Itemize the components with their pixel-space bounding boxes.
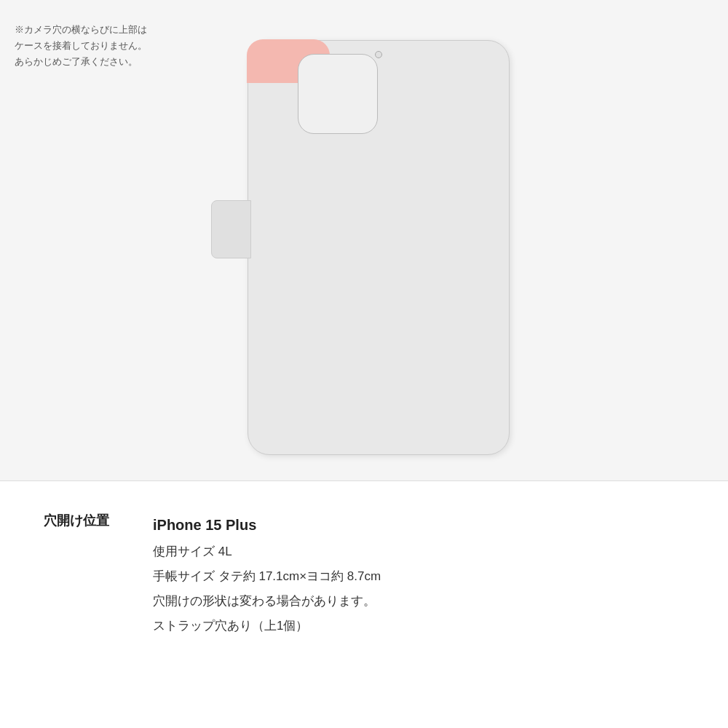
dimensions: 手帳サイズ タテ約 17.1cm×ヨコ約 8.7cm <box>153 564 684 589</box>
side-strap <box>211 200 251 258</box>
page-container: ※カメラ穴の横ならびに上部は ケースを接着しておりません。 あらかじめご了承くだ… <box>0 0 728 728</box>
size-label: 使用サイズ 4L <box>153 539 684 564</box>
info-label: 穴開け位置 <box>44 510 109 529</box>
strap-info: ストラップ穴あり（上1個） <box>153 614 684 638</box>
shape-note: 穴開けの形状は変わる場合があります。 <box>153 589 684 614</box>
case-image-area: ※カメラ穴の横ならびに上部は ケースを接着しておりません。 あらかじめご了承くだ… <box>0 0 728 480</box>
strap-hole-dot <box>375 51 382 58</box>
note-line2: ケースを接着しておりません。 <box>15 40 147 51</box>
info-details: iPhone 15 Plus 使用サイズ 4L 手帳サイズ タテ約 17.1cm… <box>153 510 684 638</box>
info-section: 穴開け位置 iPhone 15 Plus 使用サイズ 4L 手帳サイズ タテ約 … <box>0 481 728 728</box>
camera-cutout <box>298 54 378 134</box>
model-name: iPhone 15 Plus <box>153 510 684 539</box>
case-body <box>248 40 510 455</box>
note-text: ※カメラ穴の横ならびに上部は ケースを接着しておりません。 あらかじめご了承くだ… <box>15 22 153 70</box>
note-line3: あらかじめご了承ください。 <box>15 56 138 67</box>
case-illustration <box>211 40 517 462</box>
note-line1: ※カメラ穴の横ならびに上部は <box>15 24 147 35</box>
